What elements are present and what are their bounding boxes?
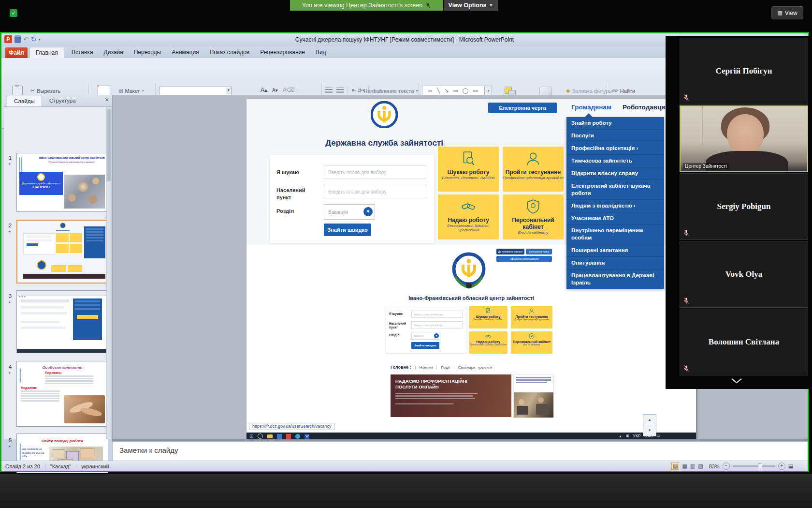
view-sorter-icon[interactable]: ▦ <box>682 463 687 469</box>
next-slide-icon[interactable]: ▼ <box>643 425 656 435</box>
handshake-icon <box>485 333 492 340</box>
security-shield-icon: ✓ <box>10 9 17 17</box>
slide-thumbnail-3[interactable]: ● ● ● <box>16 290 108 353</box>
text-direction-icon: ⇵ <box>357 88 362 94</box>
participant-name: Sergiy Pobigun <box>680 174 808 239</box>
view-reading-icon[interactable]: ▥ <box>690 463 695 469</box>
participant-tile[interactable]: Сергій Побігун <box>680 38 808 105</box>
layout-button[interactable]: ▤Макет▾ <box>118 87 159 95</box>
thumb1-subtitle: Сучасні джерела інформації про вакансії. <box>38 161 106 164</box>
grow-font-button[interactable]: A▴ <box>259 87 269 93</box>
s2-input-place: Введіть слово для вибору <box>411 321 463 329</box>
status-slide-number: Слайд 2 из 20 <box>5 463 40 469</box>
find-button[interactable]: 👓Найти <box>611 87 646 95</box>
tab-design[interactable]: Дизайн <box>99 47 129 58</box>
status-zoom-percent: 83% <box>709 463 720 469</box>
sidebar-scroll-down-button[interactable] <box>730 377 743 386</box>
tab-home[interactable]: Главная <box>29 47 64 59</box>
url-tooltip: https://ifr.dcz.gov.ua/userSearch/vacanc… <box>249 423 334 430</box>
banner-title: НАДАЄМО ПРОФОРІЄНТАЦІЙНІ ПОСЛУГИ ОНЛАЙН <box>395 378 468 390</box>
search-label-place: Населений пункт <box>276 187 315 202</box>
site2-pill-portal: До головного порталу <box>496 249 524 254</box>
participant-tile[interactable]: Волошин Світлана <box>680 309 808 375</box>
view-slideshow-icon[interactable]: ▧ <box>698 463 703 469</box>
shrink-font-button[interactable]: A▾ <box>270 88 280 93</box>
view-normal-icon[interactable]: ▤ <box>671 463 679 470</box>
thumb4-cons: Недоліки: <box>21 386 108 389</box>
tab-transitions[interactable]: Переходы <box>129 47 166 58</box>
clear-formatting-button[interactable]: A⌫ <box>281 87 297 93</box>
status-language[interactable]: украинский <box>81 463 109 469</box>
bullets-icon[interactable] <box>325 88 333 93</box>
close-panel-icon[interactable]: ✕ <box>105 97 109 103</box>
thumb5-sites: Work.ua Rabota.ua Ua.jooble.org OLX.ua h… <box>21 448 45 459</box>
muted-mic-icon <box>683 297 690 305</box>
fit-to-window-icon[interactable]: ⬓ <box>788 463 793 469</box>
search-input-q: Введіть слово для вибору <box>324 165 426 179</box>
s2-tile-offer-job: Надаю роботу Безкоштовно. Швидко. Профес… <box>469 331 508 354</box>
s2-tile-personal-cabinet: Персональний кабінет Вхід до кабінету <box>511 331 552 354</box>
tab-animations[interactable]: Анимация <box>166 47 204 58</box>
zoom-slider[interactable] <box>733 465 775 467</box>
view-options-label: View Options <box>449 2 487 9</box>
slide-canvas[interactable]: Електронна черга Громадянам Роботодавцям… <box>246 99 696 440</box>
tab-outline-panel[interactable]: Структура <box>44 96 82 106</box>
tab-slideshow[interactable]: Показ слайдов <box>204 47 255 58</box>
thumb3-animation-icon: ✦ <box>8 300 12 305</box>
notes-panel[interactable]: Заметки к слайду <box>112 441 809 462</box>
site1-search-card: Я шукаю Введіть слово для вибору Населен… <box>270 155 434 243</box>
muted-mic-icon <box>683 365 690 373</box>
nav-citizens: Громадянам <box>571 104 611 111</box>
tab-insert[interactable]: Вставка <box>66 47 99 58</box>
zoom-slider-thumb[interactable] <box>758 463 762 470</box>
zoom-out-icon[interactable]: − <box>723 463 730 470</box>
zoom-meeting-window: ✓ You are viewing Центер Зайнятості's sc… <box>0 0 812 508</box>
person-icon <box>525 150 541 167</box>
taskbar-folder-icon <box>267 434 273 438</box>
citizens-dropdown-caret <box>585 113 593 117</box>
document-search-icon <box>460 150 477 167</box>
cut-button[interactable]: ✂Вырезать <box>30 87 85 95</box>
zoom-toolbar: Unmute ˄ Start Video 36 Participants Sha… <box>0 474 812 508</box>
view-options-button[interactable]: View Options ▼ <box>444 0 498 11</box>
thumb2-animation-icon: ✦ <box>8 229 12 234</box>
tile-personal-cabinet: Персональний кабінет Вхід до кабінету <box>503 194 564 239</box>
view-button[interactable]: ▦ View <box>771 6 803 19</box>
search-label-q: Я шукаю <box>276 169 299 175</box>
s2-tile-take-test: Пройти тестування Професійна орієнтація … <box>511 306 552 329</box>
s2-label-place: Населений пункт <box>389 322 408 330</box>
citizens-dropdown-menu: Знайти роботу Послуги Професійна орієнта… <box>566 117 664 289</box>
tab-slides-panel[interactable]: Слайды <box>7 96 42 106</box>
layout-icon: ▤ <box>118 88 123 93</box>
tile-seek-job: Шукаю роботу Безпечно. Легально. Надійно <box>438 147 499 192</box>
viewing-banner-text: You are viewing Центер Зайнятості's scre… <box>302 2 422 9</box>
participant-tile[interactable]: Sergiy Pobigun <box>680 173 808 240</box>
s2-select-section: Вакансія ▼ <box>411 332 440 340</box>
search-select-section: Вакансія ▼ <box>324 204 375 220</box>
viewing-banner: You are viewing Центер Зайнятості's scre… <box>290 0 443 11</box>
active-speaker-video-tile[interactable]: Центер Зайнятості <box>680 105 808 172</box>
slide-thumbnail-2[interactable]: ▬▬▬▬▬ <box>16 220 109 284</box>
thumb5-title: Сайти пошуку роботи <box>17 439 108 443</box>
tile-offer-job: Надаю роботу Безкоштовно. Швидко. Профес… <box>438 194 499 239</box>
menu-item: Людям з інвалідністю › <box>566 200 664 212</box>
slides-panel: Слайды Структура ✕ 1 ✦ Івано-Франківськи… <box>4 95 113 439</box>
menu-item: Опитування <box>566 257 664 269</box>
slide-nav-scroll-buttons[interactable]: ▲ ▼ <box>643 414 656 436</box>
menu-item: Учасникам АТО <box>566 212 664 225</box>
menu-item: Знайти роботу <box>566 117 664 130</box>
site2-main-label: Головне : <box>391 365 411 370</box>
tab-review[interactable]: Рецензирование <box>255 47 310 58</box>
slide-thumbnail-4[interactable]: Особисті контакти Переваги: Недоліки: <box>16 361 108 427</box>
tab-view[interactable]: Вид <box>310 47 332 58</box>
participant-tile[interactable]: Vovk Olya <box>680 241 808 308</box>
thumb4-number: 4 <box>9 364 12 370</box>
zoom-in-icon[interactable]: + <box>778 463 785 470</box>
previous-slide-icon[interactable]: ▲ <box>643 415 656 425</box>
slide-thumbnail-1[interactable]: Івано-Франківський міський центр зайнято… <box>16 153 108 212</box>
thumb1-title: Івано-Франківський міський центр зайнято… <box>38 156 106 160</box>
chevron-down-icon: ▼ <box>489 3 493 8</box>
tab-file[interactable]: Файл <box>5 47 28 58</box>
thumb5-number: 5 <box>9 437 12 443</box>
panel-scrollbar[interactable] <box>106 107 112 439</box>
